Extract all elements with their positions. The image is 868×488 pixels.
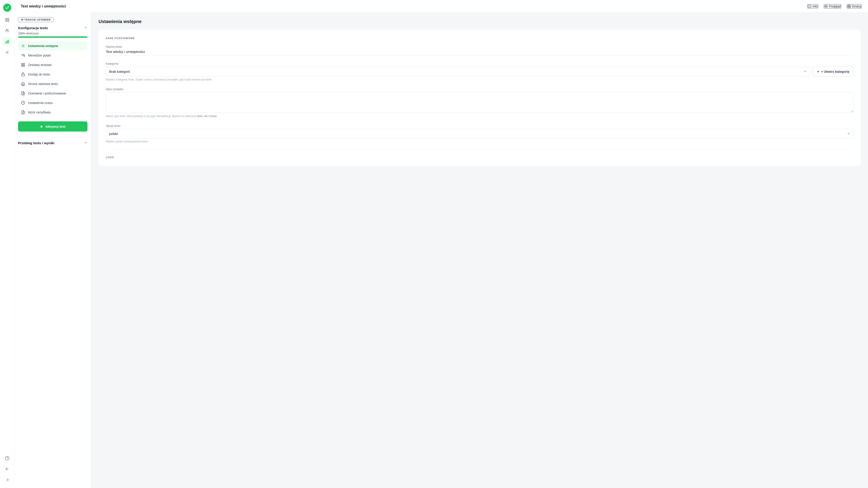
create-category-button[interactable]: + + Utwórz kategorię bbox=[813, 67, 854, 77]
section2-title: Przebieg testu i wyniki bbox=[18, 141, 55, 145]
svg-rect-25 bbox=[22, 74, 25, 76]
test-name-label: Nazwa testu bbox=[106, 45, 854, 49]
nav-chart-icon[interactable] bbox=[3, 37, 12, 46]
info-button[interactable]: Info bbox=[807, 4, 818, 8]
svg-rect-1 bbox=[7, 18, 9, 20]
language-select-wrapper: polski bbox=[106, 129, 854, 139]
menu-item-dostep-do-testu[interactable]: Dostęp do testu bbox=[18, 70, 88, 79]
category-select-wrapper: Brak kategorii bbox=[106, 67, 810, 77]
logo-section-label: LOGO bbox=[106, 156, 854, 159]
svg-rect-0 bbox=[5, 18, 7, 20]
czas-icon bbox=[21, 100, 25, 105]
settings-card: DANE PODSTAWOWE Nazwa testu Test wiedzy … bbox=[98, 30, 861, 166]
test-name-field-group: Nazwa testu Test wiedzy i umiejętności bbox=[106, 45, 854, 56]
settings-wstepne-icon bbox=[21, 43, 25, 48]
zestawy-icon bbox=[21, 63, 25, 67]
svg-rect-7 bbox=[7, 41, 7, 43]
nav-back-icon[interactable] bbox=[3, 464, 12, 474]
section-divider bbox=[106, 149, 854, 150]
category-label: Kategoria bbox=[106, 62, 854, 65]
svg-point-4 bbox=[6, 29, 7, 30]
play-icon bbox=[40, 125, 43, 128]
page-title: Test wiedzy i umiejętności bbox=[21, 4, 66, 8]
menu-item-label: Ocenianie i podsumowanie bbox=[28, 92, 66, 95]
content-area: W TRAKCIE USTAWIEŃ Konfiguracja testu 10… bbox=[14, 13, 868, 488]
menu-item-ocenianie[interactable]: Ocenianie i podsumowanie bbox=[18, 89, 88, 98]
nav-sidebar bbox=[0, 0, 14, 488]
menu-item-label: Zestawy testowe bbox=[28, 63, 52, 67]
category-hint: Wybierz kategorię testu. Dzięki czemu za… bbox=[106, 78, 854, 81]
main-wrapper: Test wiedzy i umiejętności Info Podgląd bbox=[14, 0, 868, 488]
ocenianie-icon bbox=[21, 91, 25, 96]
svg-rect-6 bbox=[5, 41, 6, 43]
svg-point-9 bbox=[6, 52, 8, 53]
menu-item-label: Ustawienia czasu bbox=[28, 101, 53, 105]
description-textarea[interactable] bbox=[106, 92, 854, 113]
activate-test-button[interactable]: Aktywuj test bbox=[18, 121, 88, 131]
app-logo[interactable] bbox=[3, 4, 11, 12]
nav-users-icon[interactable] bbox=[3, 26, 12, 35]
print-button[interactable]: Drukuj bbox=[847, 4, 862, 8]
status-badge: W TRAKCIE USTAWIEŃ bbox=[18, 17, 54, 22]
nav-settings-icon[interactable] bbox=[3, 48, 12, 57]
menu-item-label: Ustawienia wstępne bbox=[28, 44, 58, 48]
menu-item-strona-startowa[interactable]: Strona startowa testu bbox=[18, 79, 88, 88]
language-select[interactable]: polski bbox=[106, 129, 854, 139]
menu-item-label: Dostęp do testu bbox=[28, 72, 50, 76]
content-title: Ustawienia wstępne bbox=[98, 19, 861, 24]
category-field-group: Kategoria Brak kategorii bbox=[106, 62, 854, 81]
svg-rect-2 bbox=[5, 20, 7, 22]
nav-grid-icon[interactable] bbox=[3, 16, 12, 24]
menu-item-label: Wzór certyfikatu bbox=[28, 111, 51, 114]
certyfikat-icon bbox=[21, 110, 25, 115]
collapse-section1-icon[interactable] bbox=[84, 26, 88, 30]
menu-item-wzor-certyfikatu[interactable]: Wzór certyfikatu bbox=[18, 108, 88, 117]
config-section-header: Konfiguracja testu bbox=[18, 26, 88, 30]
top-header: Test wiedzy i umiejętności Info Podgląd bbox=[14, 0, 868, 13]
svg-rect-3 bbox=[7, 20, 9, 22]
menu-items: Ustawienia wstępne Menedżer pytań bbox=[18, 41, 88, 117]
info-icon bbox=[808, 4, 811, 8]
strona-startowa-icon bbox=[21, 82, 25, 86]
svg-rect-22 bbox=[24, 63, 25, 64]
menu-item-ustawienia-czasu[interactable]: Ustawienia czasu bbox=[18, 98, 88, 108]
dostep-icon bbox=[21, 72, 25, 77]
collapse-section2-icon[interactable] bbox=[84, 141, 88, 145]
svg-rect-23 bbox=[22, 65, 23, 66]
menu-item-zestawy-testowe[interactable]: Zestawy testowe bbox=[18, 60, 88, 69]
svg-rect-24 bbox=[24, 65, 25, 66]
language-hint: Wybierz język rozwiązywania testu. bbox=[106, 140, 854, 143]
menu-item-label: Menedżer pytań bbox=[28, 54, 51, 57]
nav-expand-icon[interactable] bbox=[3, 475, 12, 484]
menedzer-icon bbox=[21, 53, 25, 58]
menu-item-ustawienia-wstepne[interactable]: Ustawienia wstępne bbox=[18, 41, 88, 51]
language-label: Język testu bbox=[106, 124, 854, 127]
svg-rect-8 bbox=[8, 40, 9, 43]
progress-bar-fill bbox=[18, 36, 88, 38]
language-field-group: Język testu polski Wybierz język rozwiąz… bbox=[106, 124, 854, 143]
progress-area: 100% ukończono bbox=[18, 32, 88, 38]
test-name-value: Test wiedzy i umiejętności bbox=[106, 50, 854, 56]
preview-button[interactable]: Podgląd bbox=[824, 4, 841, 8]
svg-point-16 bbox=[23, 45, 24, 47]
category-select[interactable]: Brak kategorii bbox=[106, 67, 810, 77]
progress-bar-bg bbox=[18, 36, 88, 38]
svg-point-5 bbox=[8, 29, 8, 30]
nav-help-icon[interactable] bbox=[3, 454, 12, 463]
description-field-group: Opis (notatki) Wpisz opis testu, który p… bbox=[106, 88, 854, 118]
eye-icon bbox=[824, 4, 828, 8]
svg-rect-15 bbox=[848, 6, 850, 8]
category-row: Brak kategorii + + Utwórz kategorię bbox=[106, 67, 854, 77]
svg-point-29 bbox=[23, 113, 24, 113]
description-label: Opis (notatki) bbox=[106, 88, 854, 91]
menu-item-label: Strona startowa testu bbox=[28, 82, 58, 86]
main-content: Ustawienia wstępne DANE PODSTAWOWE Nazwa… bbox=[91, 13, 868, 488]
config-section-title: Konfiguracja testu bbox=[18, 26, 48, 30]
menu-item-menedzer-pytan[interactable]: Menedżer pytań bbox=[18, 51, 88, 60]
svg-rect-21 bbox=[22, 63, 23, 64]
plus-icon: + bbox=[817, 70, 819, 74]
left-sidebar: W TRAKCIE USTAWIEŃ Konfiguracja testu 10… bbox=[14, 13, 91, 488]
progress-label: 100% ukończono bbox=[18, 32, 88, 35]
svg-marker-30 bbox=[41, 125, 43, 128]
svg-point-14 bbox=[826, 6, 827, 7]
